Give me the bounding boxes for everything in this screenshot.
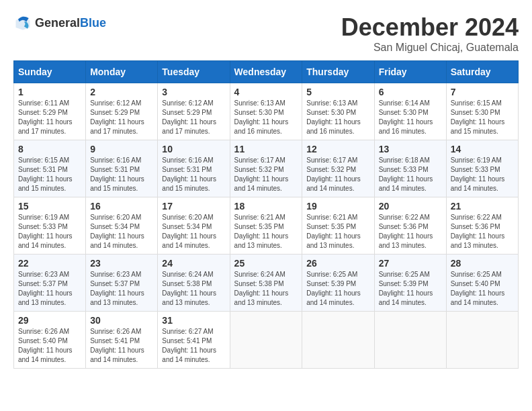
day-number: 15: [18, 201, 81, 212]
day-info: Sunrise: 6:25 AMSunset: 5:39 PMDaylight:…: [379, 271, 433, 306]
calendar-cell: 28 Sunrise: 6:25 AMSunset: 5:40 PMDaylig…: [446, 255, 518, 312]
day-number: 5: [306, 87, 369, 97]
day-info: Sunrise: 6:19 AMSunset: 5:33 PMDaylight:…: [451, 156, 505, 192]
day-number: 26: [306, 258, 369, 269]
calendar-cell: 6 Sunrise: 6:14 AMSunset: 5:30 PMDayligh…: [374, 83, 446, 140]
calendar-cell: 9 Sunrise: 6:16 AMSunset: 5:31 PMDayligh…: [86, 140, 158, 197]
col-sunday: Sunday: [14, 61, 86, 83]
day-info: Sunrise: 6:13 AMSunset: 5:30 PMDaylight:…: [234, 99, 289, 135]
day-number: 30: [90, 315, 153, 326]
col-saturday: Saturday: [446, 61, 518, 83]
day-number: 12: [306, 144, 369, 154]
day-info: Sunrise: 6:13 AMSunset: 5:30 PMDaylight:…: [306, 99, 361, 135]
day-info: Sunrise: 6:26 AMSunset: 5:40 PMDaylight:…: [18, 328, 73, 363]
calendar-cell: 11 Sunrise: 6:17 AMSunset: 5:32 PMDaylig…: [230, 140, 302, 197]
day-number: 31: [162, 315, 225, 326]
calendar-cell: 12 Sunrise: 6:17 AMSunset: 5:32 PMDaylig…: [302, 140, 374, 197]
calendar-cell: 31 Sunrise: 6:27 AMSunset: 5:41 PMDaylig…: [158, 312, 230, 369]
day-number: 6: [379, 87, 442, 97]
day-info: Sunrise: 6:25 AMSunset: 5:39 PMDaylight:…: [306, 271, 361, 306]
day-number: 4: [234, 87, 298, 97]
calendar-cell: 30 Sunrise: 6:26 AMSunset: 5:41 PMDaylig…: [86, 312, 158, 369]
col-thursday: Thursday: [302, 61, 374, 83]
calendar-cell: 26 Sunrise: 6:25 AMSunset: 5:39 PMDaylig…: [302, 255, 374, 312]
day-number: 8: [18, 144, 81, 154]
day-info: Sunrise: 6:15 AMSunset: 5:31 PMDaylight:…: [18, 156, 73, 192]
col-tuesday: Tuesday: [158, 61, 230, 83]
logo-blue: Blue: [80, 16, 106, 30]
day-info: Sunrise: 6:17 AMSunset: 5:32 PMDaylight:…: [234, 156, 289, 192]
day-info: Sunrise: 6:27 AMSunset: 5:41 PMDaylight:…: [162, 328, 216, 363]
calendar-cell: 8 Sunrise: 6:15 AMSunset: 5:31 PMDayligh…: [14, 140, 86, 197]
day-number: 2: [90, 87, 153, 97]
calendar-cell: 27 Sunrise: 6:25 AMSunset: 5:39 PMDaylig…: [374, 255, 446, 312]
col-wednesday: Wednesday: [230, 61, 302, 83]
calendar-cell: 10 Sunrise: 6:16 AMSunset: 5:31 PMDaylig…: [158, 140, 230, 197]
day-number: 11: [234, 144, 298, 154]
col-friday: Friday: [374, 61, 446, 83]
day-number: 19: [306, 201, 369, 212]
calendar-cell: 5 Sunrise: 6:13 AMSunset: 5:30 PMDayligh…: [302, 83, 374, 140]
calendar-cell: [446, 312, 518, 369]
calendar-cell: 2 Sunrise: 6:12 AMSunset: 5:29 PMDayligh…: [86, 83, 158, 140]
calendar-cell: 16 Sunrise: 6:20 AMSunset: 5:34 PMDaylig…: [86, 197, 158, 255]
logo-icon: [13, 13, 32, 32]
day-info: Sunrise: 6:21 AMSunset: 5:35 PMDaylight:…: [306, 214, 361, 249]
calendar-cell: 19 Sunrise: 6:21 AMSunset: 5:35 PMDaylig…: [302, 197, 374, 255]
day-info: Sunrise: 6:23 AMSunset: 5:37 PMDaylight:…: [18, 271, 73, 306]
day-number: 21: [451, 201, 514, 212]
day-info: Sunrise: 6:16 AMSunset: 5:31 PMDaylight:…: [162, 156, 216, 192]
page-header: GeneralBlue December 2024 San Miguel Chi…: [13, 13, 519, 54]
day-info: Sunrise: 6:16 AMSunset: 5:31 PMDaylight:…: [90, 156, 144, 192]
day-info: Sunrise: 6:11 AMSunset: 5:29 PMDaylight:…: [18, 99, 73, 135]
title-area: December 2024 San Miguel Chicaj, Guatema…: [341, 13, 519, 54]
day-info: Sunrise: 6:22 AMSunset: 5:36 PMDaylight:…: [451, 214, 505, 249]
day-info: Sunrise: 6:22 AMSunset: 5:36 PMDaylight:…: [379, 214, 433, 249]
day-number: 10: [162, 144, 225, 154]
calendar-week-1: 1 Sunrise: 6:11 AMSunset: 5:29 PMDayligh…: [14, 83, 519, 140]
day-number: 20: [379, 201, 442, 212]
day-number: 17: [162, 201, 225, 212]
day-number: 24: [162, 258, 225, 269]
calendar-cell: 13 Sunrise: 6:18 AMSunset: 5:33 PMDaylig…: [374, 140, 446, 197]
day-number: 18: [234, 201, 298, 212]
day-number: 23: [90, 258, 153, 269]
calendar-cell: 23 Sunrise: 6:23 AMSunset: 5:37 PMDaylig…: [86, 255, 158, 312]
calendar-cell: 4 Sunrise: 6:13 AMSunset: 5:30 PMDayligh…: [230, 83, 302, 140]
day-info: Sunrise: 6:24 AMSunset: 5:38 PMDaylight:…: [162, 271, 216, 306]
calendar-cell: 25 Sunrise: 6:24 AMSunset: 5:38 PMDaylig…: [230, 255, 302, 312]
calendar-cell: 21 Sunrise: 6:22 AMSunset: 5:36 PMDaylig…: [446, 197, 518, 255]
day-info: Sunrise: 6:21 AMSunset: 5:35 PMDaylight:…: [234, 214, 289, 249]
day-info: Sunrise: 6:17 AMSunset: 5:32 PMDaylight:…: [306, 156, 361, 192]
day-number: 29: [18, 315, 81, 326]
day-info: Sunrise: 6:20 AMSunset: 5:34 PMDaylight:…: [90, 214, 144, 249]
day-info: Sunrise: 6:20 AMSunset: 5:34 PMDaylight:…: [162, 214, 216, 249]
calendar-cell: 14 Sunrise: 6:19 AMSunset: 5:33 PMDaylig…: [446, 140, 518, 197]
calendar-cell: [302, 312, 374, 369]
day-info: Sunrise: 6:15 AMSunset: 5:30 PMDaylight:…: [451, 99, 505, 135]
calendar-cell: [230, 312, 302, 369]
calendar-cell: 24 Sunrise: 6:24 AMSunset: 5:38 PMDaylig…: [158, 255, 230, 312]
calendar-week-2: 8 Sunrise: 6:15 AMSunset: 5:31 PMDayligh…: [14, 140, 519, 197]
day-number: 27: [379, 258, 442, 269]
day-info: Sunrise: 6:26 AMSunset: 5:41 PMDaylight:…: [90, 328, 144, 363]
calendar-week-3: 15 Sunrise: 6:19 AMSunset: 5:33 PMDaylig…: [14, 197, 519, 255]
calendar-table: Sunday Monday Tuesday Wednesday Thursday…: [13, 60, 519, 369]
calendar-cell: 18 Sunrise: 6:21 AMSunset: 5:35 PMDaylig…: [230, 197, 302, 255]
col-monday: Monday: [86, 61, 158, 83]
day-info: Sunrise: 6:18 AMSunset: 5:33 PMDaylight:…: [379, 156, 433, 192]
day-number: 28: [451, 258, 514, 269]
day-info: Sunrise: 6:12 AMSunset: 5:29 PMDaylight:…: [90, 99, 144, 135]
calendar-cell: [374, 312, 446, 369]
day-info: Sunrise: 6:23 AMSunset: 5:37 PMDaylight:…: [90, 271, 144, 306]
day-number: 22: [18, 258, 81, 269]
day-info: Sunrise: 6:14 AMSunset: 5:30 PMDaylight:…: [379, 99, 433, 135]
calendar-cell: 29 Sunrise: 6:26 AMSunset: 5:40 PMDaylig…: [14, 312, 86, 369]
day-info: Sunrise: 6:19 AMSunset: 5:33 PMDaylight:…: [18, 214, 73, 249]
calendar-cell: 22 Sunrise: 6:23 AMSunset: 5:37 PMDaylig…: [14, 255, 86, 312]
logo-general: General: [35, 16, 80, 30]
day-number: 7: [451, 87, 514, 97]
calendar-cell: 20 Sunrise: 6:22 AMSunset: 5:36 PMDaylig…: [374, 197, 446, 255]
day-info: Sunrise: 6:12 AMSunset: 5:29 PMDaylight:…: [162, 99, 216, 135]
day-number: 14: [451, 144, 514, 154]
